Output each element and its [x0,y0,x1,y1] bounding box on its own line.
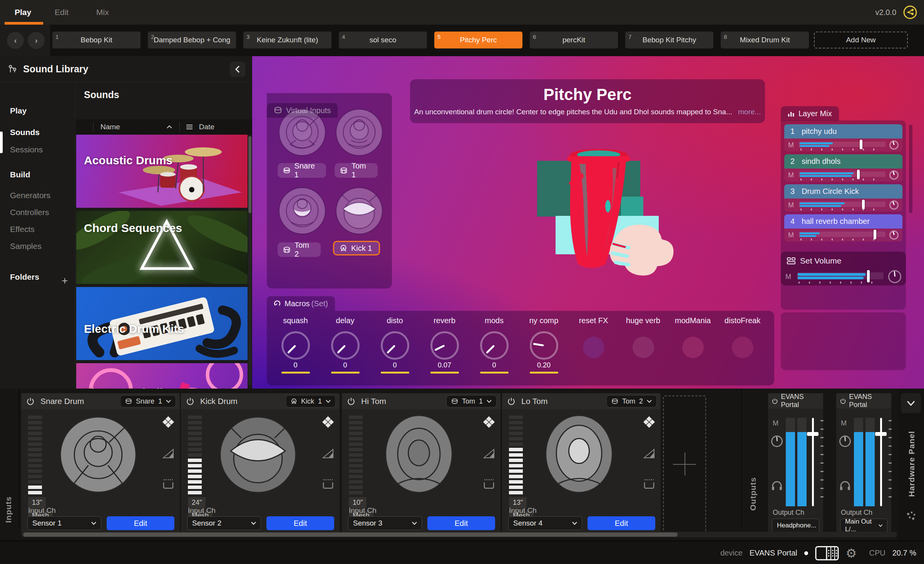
mute-button[interactable]: M [841,419,847,427]
virtual-pad-snare-1-label[interactable]: Snare 1 [278,163,326,178]
preset-slot-8[interactable]: 8Mixed Drum Kit [721,32,809,48]
layer-knob[interactable] [889,140,899,150]
macro-knob[interactable] [530,331,558,360]
edit-button[interactable]: Edit [427,516,495,530]
route-selector[interactable]: Tom 1 [446,395,497,407]
horizontal-scrollbar[interactable] [21,532,897,537]
edit-button[interactable]: Edit [266,516,334,530]
drum-frame-icon[interactable] [322,479,334,489]
sound-card-acoustic-drums[interactable]: Acoustic Drums [76,135,248,208]
collapse-hardware-panel-button[interactable] [901,393,921,413]
layer-knob[interactable] [889,200,899,210]
horizontal-scrollbar-thumb[interactable] [23,532,678,537]
virtual-pad-tom-1[interactable] [335,108,384,157]
preset-slot-7[interactable]: 7Bebop Kit Pitchy [625,32,713,48]
macro-knob[interactable] [430,331,459,360]
sounds-scrollbar[interactable] [248,135,251,385]
layers-diamond-icon[interactable] [483,416,495,429]
velocity-ramp-icon[interactable] [643,449,655,459]
preset-slot-6[interactable]: 6percKit [530,32,618,48]
route-selector[interactable]: Kick 1 [286,395,336,407]
edit-button[interactable]: Edit [107,516,174,530]
headphones-icon[interactable] [771,481,783,491]
collapse-library-button[interactable] [230,62,245,77]
macro-button[interactable] [732,337,753,358]
tab-edit[interactable]: Edit [55,0,69,25]
nav-item-generators[interactable]: Generators [10,191,50,200]
add-folder-button[interactable]: + [62,275,68,287]
headphones-icon[interactable] [839,481,851,491]
macro-button[interactable] [633,337,654,358]
power-icon[interactable] [347,397,355,405]
route-selector[interactable]: Tom 2 [606,395,657,407]
mute-button[interactable]: M [788,231,795,239]
preset-slot-3[interactable]: 3Keine Zukunft (lite) [243,32,331,48]
power-icon[interactable] [27,397,34,405]
velocity-ramp-icon[interactable] [162,449,174,459]
power-icon[interactable] [840,398,846,404]
layer-header[interactable]: 1pitchy udu [784,124,902,138]
macro-knob[interactable] [480,331,509,360]
layer-fader[interactable] [799,229,886,242]
nav-item-sounds[interactable]: Sounds [10,128,40,137]
tab-play[interactable]: Play [15,0,31,25]
layer-mix-scrollbar[interactable] [909,125,912,213]
macro-knob[interactable] [281,331,310,360]
macro-knob[interactable] [331,331,360,360]
virtual-pad-tom-2-label[interactable]: Tom 2 [278,242,321,257]
layers-diamond-icon[interactable] [643,416,655,429]
output-knob[interactable] [771,436,783,447]
add-channel-slot[interactable] [663,395,706,532]
output-fader[interactable] [876,418,890,506]
preset-next-button[interactable]: › [28,32,45,49]
mute-button[interactable]: M [785,273,792,281]
nav-section-build[interactable]: Build [10,170,30,179]
nav-item-effects[interactable]: Effects [10,225,35,234]
sounds-scrollbar-thumb[interactable] [248,136,251,213]
macro-button[interactable] [682,337,704,358]
velocity-ramp-icon[interactable] [483,449,495,459]
sensors-dots-icon[interactable] [906,511,916,521]
power-icon[interactable] [186,397,194,405]
add-new-preset-button[interactable]: Add New [814,32,908,48]
virtual-pad-kick-1-label[interactable]: Kick 1 [333,241,380,255]
velocity-ramp-icon[interactable] [322,449,334,459]
layer-header[interactable]: 3Drum Circle Kick [784,184,902,199]
set-volume-fader[interactable] [797,270,884,283]
mute-button[interactable]: M [788,171,795,179]
hi-tom-graphic[interactable] [377,413,460,496]
nav-section-folders[interactable]: Folders [10,272,39,282]
layers-diamond-icon[interactable] [322,416,334,429]
preset-prev-button[interactable]: ‹ [7,32,24,49]
sort-by-date[interactable]: Date [180,123,221,131]
layer-knob[interactable] [889,230,899,240]
sound-card-electric-drum-kits[interactable]: Electric Drum Kits [76,287,248,360]
nav-section-play[interactable]: Play [10,106,27,115]
kick-drum-graphic[interactable] [216,413,300,496]
virtual-pad-snare-1[interactable] [278,108,327,157]
layer-header[interactable]: 4hall reverb chamber [784,214,902,229]
preset-slot-4[interactable]: 4sol seco [339,32,427,48]
output-fader[interactable] [808,418,822,506]
layer-fader[interactable] [799,199,886,212]
nav-item-samples[interactable]: Samples [10,242,42,251]
layer-fader[interactable] [799,138,886,152]
preset-slot-5-active[interactable]: 5Pitchy Perc [434,32,522,48]
mute-button[interactable]: M [788,201,795,209]
preset-slot-1[interactable]: 1Bebop Kit [52,32,141,48]
output-knob[interactable] [839,436,851,447]
sound-card-electro-melodic[interactable]: Electro Melodic [76,363,248,389]
device-hardware-icon[interactable] [815,546,839,561]
snare-drum-graphic[interactable] [57,413,140,496]
sensor-dropdown[interactable]: Sensor 2 [187,516,261,530]
nav-item-sessions[interactable]: Sessions [10,145,43,154]
nav-item-controllers[interactable]: Controllers [10,208,49,217]
drum-frame-icon[interactable] [162,479,174,489]
output-ch-dropdown[interactable]: Main Out L/... [840,519,887,532]
more-link[interactable]: more... [738,108,761,116]
edit-button[interactable]: Edit [588,516,655,530]
tab-mix[interactable]: Mix [96,0,109,25]
layer-fader[interactable] [799,169,886,182]
layers-diamond-icon[interactable] [162,416,174,429]
macro-button[interactable] [583,337,604,358]
